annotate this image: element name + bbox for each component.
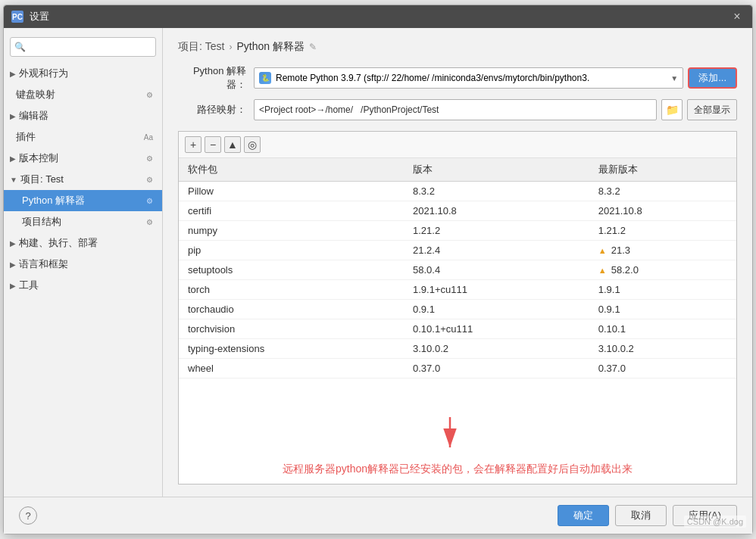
sidebar-item-build[interactable]: ▶ 构建、执行、部署 — [4, 232, 162, 254]
package-version: 8.3.2 — [404, 182, 589, 201]
interpreter-select[interactable]: 🐍 Remote Python 3.9.7 (sftp:// 22/home/ … — [254, 67, 683, 89]
translate-icon: Aa — [144, 133, 153, 142]
path-row: 📁 全部显示 — [254, 99, 737, 120]
packages-table-container: 软件包 版本 最新版本 Pillow8.3.28.3.2certifi2021.… — [179, 158, 736, 410]
package-version: 0.10.1+cu111 — [404, 319, 589, 339]
sidebar-item-editor[interactable]: ▶ 编辑器 — [4, 105, 162, 126]
package-latest: 2021.10.8 — [589, 201, 736, 221]
package-name: torchaudio — [179, 300, 404, 319]
search-input[interactable] — [10, 37, 156, 57]
search-icon: 🔍 — [14, 42, 26, 52]
footer: ? 确定 取消 应用(A) — [4, 497, 752, 534]
sidebar-item-project[interactable]: ▼ 项目: Test ⚙ — [4, 169, 162, 190]
table-row[interactable]: Pillow8.3.28.3.2 — [179, 182, 736, 201]
package-name: torch — [179, 280, 404, 300]
sidebar: 🔍 ▶ 外观和行为 键盘映射 ⚙ ▶ 编辑器 插件 Aa ▶ 版 — [4, 28, 163, 497]
breadcrumb-separator: › — [229, 42, 232, 52]
table-row[interactable]: torchaudio0.9.10.9.1 — [179, 300, 736, 319]
chevron-right-icon2: ▶ — [10, 239, 16, 248]
package-name: typing-extensions — [179, 339, 404, 359]
table-row[interactable]: typing-extensions3.10.0.23.10.0.2 — [179, 339, 736, 359]
packages-toolbar: + − ▲ ◎ — [179, 132, 736, 158]
interpreter-field-row: Python 解释器： 🐍 Remote Python 3.9.7 (sftp:… — [178, 64, 737, 92]
package-version: 1.9.1+cu111 — [404, 280, 589, 300]
settings-icon4: ⚙ — [146, 197, 153, 205]
content-area: 项目: Test › Python 解释器 ✎ Python 解释器： 🐍 Re… — [163, 28, 752, 497]
interpreter-row: 🐍 Remote Python 3.9.7 (sftp:// 22/home/ … — [254, 67, 737, 89]
settings-icon5: ⚙ — [146, 218, 153, 226]
col-latest: 最新版本 — [589, 158, 736, 182]
add-interpreter-button[interactable]: 添加... — [688, 67, 737, 89]
table-row[interactable]: certifi2021.10.82021.10.8 — [179, 201, 736, 221]
package-name: certifi — [179, 201, 404, 221]
interpreter-label: Python 解释器： — [178, 64, 246, 92]
breadcrumb-root: 项目: Test — [178, 40, 224, 54]
package-name: pip — [179, 241, 404, 260]
package-latest: 8.3.2 — [589, 182, 736, 201]
table-row[interactable]: wheel0.37.00.37.0 — [179, 359, 736, 379]
folder-button[interactable]: 📁 — [661, 99, 683, 120]
package-version: 58.0.4 — [404, 260, 589, 280]
package-version: 3.10.0.2 — [404, 339, 589, 359]
help-button[interactable]: ? — [19, 506, 37, 525]
package-version: 21.2.4 — [404, 241, 589, 260]
package-name: wheel — [179, 359, 404, 379]
path-field-row: 路径映射： 📁 全部显示 — [178, 99, 737, 120]
confirm-button[interactable]: 确定 — [558, 505, 609, 526]
sidebar-item-keymap[interactable]: 键盘映射 ⚙ — [4, 84, 162, 105]
sidebar-item-tools[interactable]: ▶ 工具 — [4, 275, 162, 296]
annotation-text: 远程服务器python解释器已经安装的包，会在解释器配置好后自动加载出来 — [283, 463, 633, 476]
col-package: 软件包 — [179, 158, 404, 182]
package-latest: 1.21.2 — [589, 221, 736, 241]
package-version: 0.9.1 — [404, 300, 589, 319]
package-name: numpy — [179, 221, 404, 241]
packages-panel: + − ▲ ◎ 软件包 版本 最新版本 — [178, 131, 737, 484]
sidebar-item-languages[interactable]: ▶ 语言和框架 — [4, 254, 162, 275]
chevron-right-icon: ▶ — [10, 112, 16, 120]
chevron-right-icon: ▶ — [10, 154, 16, 163]
chevron-right-icon: ▶ — [10, 70, 16, 78]
cancel-button[interactable]: 取消 — [615, 505, 667, 526]
chevron-right-icon3: ▶ — [10, 260, 16, 269]
sidebar-item-vcs[interactable]: ▶ 版本控制 ⚙ — [4, 148, 162, 169]
sidebar-item-python-interpreter[interactable]: Python 解释器 ⚙ — [4, 190, 162, 211]
package-latest: 0.10.1 — [589, 319, 736, 339]
remove-package-button[interactable]: − — [205, 136, 221, 153]
package-latest: 0.37.0 — [589, 359, 736, 379]
add-package-button[interactable]: + — [185, 136, 201, 153]
table-row[interactable]: torchvision0.10.1+cu1110.10.1 — [179, 319, 736, 339]
title-bar-left: PC 设置 — [11, 10, 49, 23]
table-row[interactable]: pip21.2.4▲ 21.3 — [179, 241, 736, 260]
edit-icon[interactable]: ✎ — [309, 42, 317, 52]
chevron-down-icon: ▼ — [10, 176, 17, 184]
sidebar-item-project-structure[interactable]: 项目结构 ⚙ — [4, 211, 162, 232]
sidebar-item-plugins[interactable]: 插件 Aa — [4, 126, 162, 148]
package-version: 1.21.2 — [404, 221, 589, 241]
package-latest: ▲ 21.3 — [589, 241, 736, 260]
show-details-button[interactable]: ◎ — [244, 136, 261, 153]
close-button[interactable]: × — [729, 9, 745, 24]
annotation-area: 远程服务器python解释器已经安装的包，会在解释器配置好后自动加载出来 — [179, 410, 736, 484]
sidebar-item-appearance[interactable]: ▶ 外观和行为 — [4, 63, 162, 84]
search-box: 🔍 — [10, 37, 156, 57]
package-version: 2021.10.8 — [404, 201, 589, 221]
main-content: 🔍 ▶ 外观和行为 键盘映射 ⚙ ▶ 编辑器 插件 Aa ▶ 版 — [4, 28, 752, 497]
path-input[interactable] — [254, 99, 657, 120]
path-label: 路径映射： — [178, 103, 246, 117]
package-name: torchvision — [179, 319, 404, 339]
table-row[interactable]: numpy1.21.21.21.2 — [179, 221, 736, 241]
show-all-button[interactable]: 全部显示 — [687, 99, 737, 120]
upgrade-package-button[interactable]: ▲ — [224, 136, 241, 153]
package-latest: 3.10.0.2 — [589, 339, 736, 359]
settings-icon: ⚙ — [146, 91, 153, 99]
package-latest: ▲ 58.2.0 — [589, 260, 736, 280]
arrow-annotation — [427, 410, 473, 457]
dialog-title: 设置 — [30, 10, 49, 23]
watermark: CSDN @K.dog — [684, 516, 746, 528]
interpreter-select-text: 🐍 Remote Python 3.9.7 (sftp:// 22/home/ … — [259, 72, 670, 84]
settings-dialog: PC 设置 × 🔍 ▶ 外观和行为 键盘映射 ⚙ ▶ 编辑器 — [3, 5, 753, 534]
package-version: 0.37.0 — [404, 359, 589, 379]
settings-icon2: ⚙ — [146, 154, 153, 163]
table-row[interactable]: torch1.9.1+cu1111.9.1 — [179, 280, 736, 300]
table-row[interactable]: setuptools58.0.4▲ 58.2.0 — [179, 260, 736, 280]
